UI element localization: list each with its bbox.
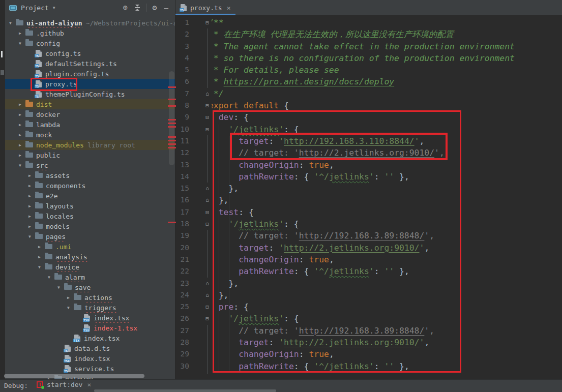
code-line-30[interactable]: 30 pathRewrite: { '^/jetlinks': '' }, (175, 360, 562, 372)
run-config-tab[interactable]: start:dev × (37, 381, 91, 388)
code-line-1[interactable]: 1⊟/** (175, 17, 562, 28)
tree-item-layouts[interactable]: ▶layouts (5, 201, 175, 211)
fold-end-icon[interactable]: ⌂ (203, 278, 212, 289)
code-line-25[interactable]: 25⊟ pre: { (175, 301, 562, 313)
tree-item-themepluginconfig.ts[interactable]: themePluginConfig.ts (5, 89, 175, 99)
fold-start-icon[interactable]: ⊟ (203, 301, 212, 313)
collapse-arrow-icon[interactable]: ▼ (46, 275, 52, 280)
tree-item-alarm[interactable]: ▼alarm (5, 272, 175, 282)
code-line-6[interactable]: 6 * https://pro.ant.design/docs/deploy (175, 76, 562, 87)
collapse-arrow-icon[interactable]: ▼ (65, 306, 72, 310)
code-line-12[interactable]: 12 // target: 'http://2.jetlinks.org:901… (175, 147, 562, 159)
fold-end-icon[interactable]: ⌂ (203, 194, 212, 206)
tree-item-lambda[interactable]: ▶lambda (5, 119, 175, 130)
fold-start-icon[interactable]: ⊟ (203, 124, 212, 135)
tree-item-locales[interactable]: ▶locales (5, 211, 175, 221)
tree-item-index.tsx[interactable]: index.tsx (5, 333, 175, 343)
code-line-23[interactable]: 23⌂ }, (175, 278, 562, 289)
gear-icon[interactable]: ⚙ (153, 4, 157, 12)
tree-vertical-scrollbar[interactable] (169, 71, 174, 165)
project-tree[interactable]: ▼ui-antd-aliyun~/WebstormProjects/ui-ant… (5, 18, 175, 379)
expand-arrow-icon[interactable]: ▶ (17, 143, 23, 147)
tree-item-public[interactable]: ▶public (5, 150, 175, 160)
collapse-all-icon[interactable] (135, 5, 140, 11)
expand-arrow-icon[interactable]: ▶ (26, 173, 33, 178)
code-line-14[interactable]: 14 pathRewrite: { '^/jetlinks': '' }, (175, 171, 562, 183)
bottom-scrollbar[interactable] (94, 389, 276, 392)
tree-item-e2e[interactable]: ▶e2e (5, 191, 175, 201)
expand-arrow-icon[interactable]: ▶ (36, 245, 43, 249)
code-line-28[interactable]: 28 target: 'http://2.jetlinks.org:9010/'… (175, 337, 562, 348)
expand-arrow-icon[interactable]: ▶ (17, 31, 23, 36)
tree-item-data.d.ts[interactable]: data.d.ts (5, 343, 175, 353)
code-line-17[interactable]: 17⊟ test: { (175, 206, 562, 218)
collapse-arrow-icon[interactable]: ▼ (36, 265, 43, 269)
tree-item-analysis[interactable]: ▶analysis (5, 252, 175, 262)
code-line-2[interactable]: 2 * 在生产环境 代理是无法生效的，所以这里没有生产环境的配置 (175, 28, 562, 40)
locate-file-icon[interactable]: ⊕ (123, 4, 128, 12)
expand-arrow-icon[interactable]: ▶ (17, 153, 23, 158)
tree-item-docker[interactable]: ▶docker (5, 109, 175, 119)
close-run-tab-icon[interactable]: × (87, 381, 91, 388)
code-line-3[interactable]: 3 * The agent cannot take effect in the … (175, 41, 562, 52)
tree-horizontal-scrollbar[interactable] (4, 374, 144, 378)
tree-item-config[interactable]: ▼config (5, 38, 175, 48)
code-line-27[interactable]: 27 // target: 'http://192.168.3.89:8848/… (175, 325, 562, 337)
code-line-11[interactable]: 11 target: 'http://192.168.3.110:8844/', (175, 135, 562, 147)
tree-item-device[interactable]: ▼device (5, 262, 175, 272)
fold-start-icon[interactable]: ⊟ (203, 17, 212, 28)
fold-start-icon[interactable]: ⊟ (203, 206, 212, 218)
code-line-8[interactable]: 8⊟export default { (175, 100, 562, 111)
expand-arrow-icon[interactable]: ▶ (26, 224, 33, 229)
code-line-20[interactable]: 20 target: 'http://2.jetlinks.org:9010/'… (175, 242, 562, 254)
code-line-24[interactable]: 24⌂ }, (175, 289, 562, 301)
collapse-arrow-icon[interactable]: ▼ (55, 285, 62, 290)
expand-arrow-icon[interactable]: ▶ (17, 112, 23, 117)
tree-item-config.ts[interactable]: config.ts (5, 48, 175, 58)
code-line-18[interactable]: 18⊟ '/jetlinks': { (175, 218, 562, 230)
collapse-arrow-icon[interactable]: ▼ (7, 21, 14, 25)
tree-item-ui-antd-aliyun[interactable]: ▼ui-antd-aliyun~/WebstormProjects/ui-ant… (5, 18, 175, 28)
tree-item-plugin.config.ts[interactable]: plugin.config.ts (5, 69, 175, 79)
expand-arrow-icon[interactable]: ▶ (65, 295, 72, 300)
collapse-arrow-icon[interactable]: ▼ (26, 234, 33, 239)
tree-item-index.tsx[interactable]: index.tsx (5, 353, 175, 364)
tree-item-.github[interactable]: ▶.github (5, 28, 175, 38)
tree-item-.umi[interactable]: ▶.umi (5, 242, 175, 252)
collapse-arrow-icon[interactable]: ▼ (17, 163, 23, 168)
code-line-22[interactable]: 22 pathRewrite: { '^/jetlinks': '' }, (175, 265, 562, 277)
code-line-26[interactable]: 26⊟ '/jetlinks': { (175, 313, 562, 324)
fold-start-icon[interactable]: ⊟ (203, 218, 212, 230)
hide-panel-icon[interactable]: — (164, 4, 168, 11)
tree-item-index-1.tsx[interactable]: index-1.tsx (5, 323, 175, 333)
code-line-4[interactable]: 4 * so there is no configuration of the … (175, 52, 562, 64)
tree-item-defaultsettings.ts[interactable]: defaultSettings.ts (5, 58, 175, 69)
tree-item-proxy.ts[interactable]: proxy.ts (5, 79, 175, 89)
code-line-10[interactable]: 10⊟ '/jetlinks': { (175, 124, 562, 135)
expand-arrow-icon[interactable]: ▶ (17, 133, 23, 137)
code-line-13[interactable]: 13 changeOrigin: true, (175, 159, 562, 171)
expand-arrow-icon[interactable]: ▶ (26, 184, 33, 188)
tree-item-service.ts[interactable]: service.ts (5, 364, 175, 374)
fold-start-icon[interactable]: ⊟ (203, 313, 212, 324)
tree-item-node-modules[interactable]: ▶node_moduleslibrary root (5, 140, 175, 150)
tab-proxy-ts[interactable]: proxy.ts × (175, 0, 235, 15)
fold-start-icon[interactable]: ⊟ (203, 100, 212, 111)
tree-item-index.tsx[interactable]: index.tsx (5, 313, 175, 323)
code-line-29[interactable]: 29 changeOrigin: true, (175, 348, 562, 360)
close-tab-icon[interactable]: × (227, 4, 231, 12)
tree-item-components[interactable]: ▶components (5, 180, 175, 191)
code-line-5[interactable]: 5 * For details, please see (175, 64, 562, 76)
project-selector[interactable]: Project (21, 4, 49, 12)
code-line-15[interactable]: 15⌂ }, (175, 183, 562, 194)
tree-item-dist[interactable]: ▶dist (5, 99, 175, 109)
code-line-7[interactable]: 7⌂ */ (175, 88, 562, 100)
code-line-16[interactable]: 16⌂ }, (175, 194, 562, 206)
expand-arrow-icon[interactable]: ▶ (17, 102, 23, 107)
code-area[interactable]: 1⊟/**2 * 在生产环境 代理是无法生效的，所以这里没有生产环境的配置3 *… (175, 15, 562, 379)
expand-arrow-icon[interactable]: ▶ (26, 204, 33, 208)
fold-end-icon[interactable]: ⌂ (203, 88, 212, 100)
collapse-arrow-icon[interactable]: ▼ (17, 41, 23, 46)
tree-item-src[interactable]: ▼src (5, 160, 175, 170)
tree-item-mock[interactable]: ▶mock (5, 130, 175, 140)
